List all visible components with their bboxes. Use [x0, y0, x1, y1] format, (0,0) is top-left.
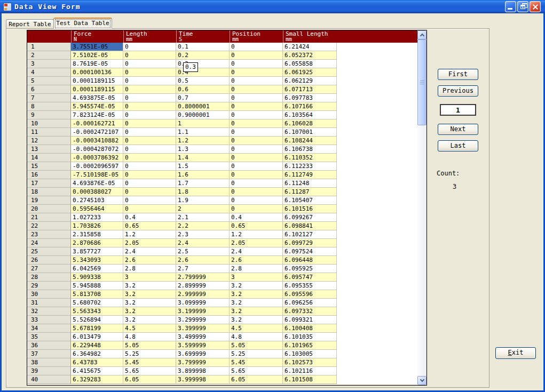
table-cell[interactable]: 5.945574E-05: [71, 102, 123, 111]
row-number-cell[interactable]: 15: [27, 162, 71, 171]
table-cell[interactable]: 0: [123, 60, 176, 68]
table-cell[interactable]: 0.9000001: [176, 111, 230, 119]
scroll-up-button[interactable]: [417, 30, 426, 39]
row-number-cell[interactable]: 8: [27, 102, 71, 111]
maximize-button[interactable]: [517, 1, 528, 12]
table-cell[interactable]: 0: [230, 154, 283, 162]
table-cell[interactable]: 6.095925: [283, 265, 337, 273]
table-cell[interactable]: 0: [230, 102, 283, 111]
table-cell[interactable]: 7.823124E-05: [71, 111, 123, 119]
column-header-length[interactable]: Lengthmm: [123, 30, 176, 43]
row-number-cell[interactable]: 24: [27, 239, 71, 247]
row-number-cell[interactable]: 34: [27, 324, 71, 333]
table-cell[interactable]: 6.107166: [283, 102, 337, 111]
table-cell[interactable]: 6.112233: [283, 162, 337, 171]
table-cell[interactable]: 0: [230, 77, 283, 85]
table-cell[interactable]: 5.563343: [71, 307, 123, 316]
row-number-cell[interactable]: 17: [27, 179, 71, 188]
tab-test-data-table[interactable]: Test Data Table: [53, 18, 112, 29]
table-cell[interactable]: 1.703826: [71, 222, 123, 230]
table-cell[interactable]: 5.526894: [71, 316, 123, 324]
first-button[interactable]: First: [438, 69, 478, 80]
table-cell[interactable]: 6.103005: [283, 350, 337, 358]
table-cell[interactable]: 3.199999: [176, 307, 230, 316]
table-cell[interactable]: 0.65: [123, 222, 176, 230]
table-cell[interactable]: 0.000388027: [71, 188, 123, 196]
table-cell[interactable]: 2.8: [230, 265, 283, 273]
table-cell[interactable]: 7.5102E-05: [71, 51, 123, 60]
table-cell[interactable]: 6.071713: [283, 85, 337, 94]
row-number-cell[interactable]: 29: [27, 282, 71, 290]
row-number-cell[interactable]: 39: [27, 367, 71, 375]
next-button[interactable]: Next: [438, 124, 478, 135]
table-cell[interactable]: 0: [230, 94, 283, 102]
row-number-cell[interactable]: 20: [27, 205, 71, 213]
row-number-cell[interactable]: 19: [27, 196, 71, 205]
table-cell[interactable]: 0: [230, 145, 283, 154]
table-cell[interactable]: 2.5: [176, 247, 230, 256]
row-number-cell[interactable]: 36: [27, 341, 71, 350]
scroll-down-button[interactable]: [417, 376, 426, 385]
table-cell[interactable]: 0.5956464: [71, 205, 123, 213]
column-header-force[interactable]: ForceN: [71, 30, 123, 43]
table-cell[interactable]: 2.3: [176, 230, 230, 239]
table-cell[interactable]: 6.21424: [283, 43, 337, 51]
row-number-cell[interactable]: 25: [27, 247, 71, 256]
row-number-cell[interactable]: 16: [27, 171, 71, 179]
row-number-cell[interactable]: 11: [27, 128, 71, 137]
table-cell[interactable]: 3.2: [230, 290, 283, 299]
table-cell[interactable]: 1.5: [176, 162, 230, 171]
table-cell[interactable]: 6.105407: [283, 196, 337, 205]
table-cell[interactable]: 2.6: [176, 256, 230, 265]
row-number-cell[interactable]: 4: [27, 68, 71, 77]
exit-button[interactable]: Exit: [495, 347, 536, 359]
table-cell[interactable]: 0: [230, 128, 283, 137]
table-cell[interactable]: 3: [230, 273, 283, 282]
table-cell[interactable]: -0.0003410882: [71, 137, 123, 145]
row-number-cell[interactable]: 18: [27, 188, 71, 196]
table-cell[interactable]: 2.7: [176, 265, 230, 273]
table-cell[interactable]: 5.25: [123, 350, 176, 358]
table-cell[interactable]: 0: [123, 77, 176, 85]
table-cell[interactable]: -0.0004287072: [71, 145, 123, 154]
row-number-cell[interactable]: 14: [27, 154, 71, 162]
row-number-cell[interactable]: 30: [27, 290, 71, 299]
table-cell[interactable]: 6.11248: [283, 179, 337, 188]
row-number-cell[interactable]: 40: [27, 375, 71, 384]
table-cell[interactable]: 6.103564: [283, 111, 337, 119]
table-cell[interactable]: 0: [123, 102, 176, 111]
row-number-cell[interactable]: 13: [27, 145, 71, 154]
page-number-input[interactable]: [440, 104, 476, 116]
table-cell[interactable]: 6.013479: [71, 333, 123, 341]
table-cell[interactable]: 5.678199: [71, 324, 123, 333]
close-button[interactable]: [530, 1, 541, 12]
table-cell[interactable]: -7.510198E-05: [71, 171, 123, 179]
table-cell[interactable]: 2.4: [230, 247, 283, 256]
vertical-scrollbar[interactable]: [417, 30, 426, 385]
table-cell[interactable]: 1.7: [176, 179, 230, 188]
table-cell[interactable]: 6.108244: [283, 137, 337, 145]
table-cell[interactable]: 3.599999: [176, 341, 230, 350]
table-cell[interactable]: 0: [123, 188, 176, 196]
table-cell[interactable]: 6.329283: [71, 375, 123, 384]
table-cell[interactable]: 3.2: [123, 307, 176, 316]
table-cell[interactable]: 2.6: [123, 256, 176, 265]
table-cell[interactable]: 6.43783: [71, 358, 123, 367]
table-cell[interactable]: 0.4: [230, 213, 283, 222]
row-number-cell[interactable]: 2: [27, 51, 71, 60]
row-number-cell[interactable]: 37: [27, 350, 71, 358]
table-cell[interactable]: 3.857727: [71, 247, 123, 256]
table-cell[interactable]: 0: [123, 179, 176, 188]
row-number-cell[interactable]: 38: [27, 358, 71, 367]
table-cell[interactable]: 2.1: [176, 213, 230, 222]
row-number-cell[interactable]: 5: [27, 77, 71, 85]
table-cell[interactable]: 2.8: [123, 265, 176, 273]
table-cell[interactable]: 1.6: [176, 171, 230, 179]
row-number-cell[interactable]: 23: [27, 230, 71, 239]
row-number-cell[interactable]: 3: [27, 60, 71, 68]
table-cell[interactable]: 1.027233: [71, 213, 123, 222]
table-cell[interactable]: 3.999998: [176, 375, 230, 384]
table-cell[interactable]: 0: [123, 137, 176, 145]
table-cell[interactable]: 3.799999: [176, 358, 230, 367]
table-cell[interactable]: 5.05: [230, 341, 283, 350]
